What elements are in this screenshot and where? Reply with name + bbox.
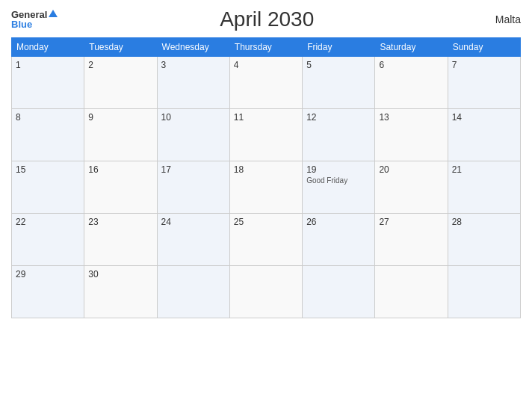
calendar-day-cell: 3 [157,57,229,109]
day-number: 30 [88,269,152,279]
country-label: Malta [476,13,521,25]
calendar-day-cell: 21 [448,161,520,214]
logo: General Blue [11,10,58,29]
calendar-day-cell: 25 [229,214,302,266]
logo-triangle-icon [49,10,58,17]
calendar-day-cell: 4 [229,57,302,109]
day-number: 21 [452,164,516,175]
calendar-day-cell: 18 [229,161,302,214]
day-number: 6 [379,60,443,70]
day-number: 19 [306,164,371,175]
day-number: 24 [161,217,226,227]
weekday-header-row: Monday Tuesday Wednesday Thursday Friday… [12,38,521,57]
calendar-day-cell: 8 [12,109,84,161]
calendar-day-cell: 30 [84,266,157,318]
calendar-day-cell: 11 [229,109,302,161]
day-number: 20 [379,164,443,175]
calendar-day-cell: 27 [375,214,448,266]
calendar-week-row: 1516171819Good Friday2021 [12,161,521,214]
calendar-day-cell: 26 [303,214,375,266]
calendar-title: April 2030 [58,7,476,31]
day-number: 12 [306,112,371,123]
calendar-week-row: 1234567 [12,57,521,109]
day-number: 11 [234,112,298,123]
day-number: 18 [234,164,298,175]
header-friday: Friday [303,38,375,57]
logo-blue-text: Blue [11,19,32,29]
calendar-day-cell: 28 [448,214,520,266]
day-number: 27 [379,217,443,227]
day-number: 23 [88,217,152,227]
day-number: 17 [161,164,226,175]
day-number: 26 [306,217,371,227]
day-number: 2 [88,60,152,70]
day-number: 16 [88,164,152,175]
day-number: 22 [16,217,80,227]
calendar-day-cell: 10 [157,109,229,161]
calendar-day-cell [229,266,302,318]
holiday-label: Good Friday [306,176,371,185]
calendar-day-cell: 24 [157,214,229,266]
day-number: 3 [161,60,226,70]
day-number: 7 [452,60,516,70]
header-sunday: Sunday [448,38,520,57]
calendar-day-cell [448,266,520,318]
calendar-day-cell: 19Good Friday [303,161,375,214]
day-number: 13 [379,112,443,123]
calendar-week-row: 891011121314 [12,109,521,161]
calendar-day-cell: 14 [448,109,520,161]
calendar-week-row: 22232425262728 [12,214,521,266]
calendar-day-cell: 16 [84,161,157,214]
calendar-day-cell: 6 [375,57,448,109]
calendar-day-cell: 22 [12,214,84,266]
calendar-week-row: 2930 [12,266,521,318]
day-number: 10 [161,112,226,123]
day-number: 15 [16,164,80,175]
day-number: 9 [88,112,152,123]
calendar-day-cell: 7 [448,57,520,109]
day-number: 4 [234,60,298,70]
calendar-day-cell: 9 [84,109,157,161]
header-monday: Monday [12,38,84,57]
day-number: 8 [16,112,80,123]
calendar-day-cell: 2 [84,57,157,109]
calendar-day-cell: 20 [375,161,448,214]
calendar-day-cell: 13 [375,109,448,161]
header-wednesday: Wednesday [157,38,229,57]
calendar-day-cell [303,266,375,318]
calendar-day-cell: 29 [12,266,84,318]
header-tuesday: Tuesday [84,38,157,57]
calendar-day-cell: 23 [84,214,157,266]
day-number: 1 [16,60,80,70]
day-number: 28 [452,217,516,227]
calendar-table: Monday Tuesday Wednesday Thursday Friday… [11,37,521,318]
day-number: 29 [16,269,80,279]
calendar-page: General Blue April 2030 Malta Monday Tue… [0,0,532,411]
header-thursday: Thursday [229,38,302,57]
calendar-day-cell [157,266,229,318]
calendar-day-cell: 5 [303,57,375,109]
day-number: 25 [234,217,298,227]
calendar-day-cell: 15 [12,161,84,214]
day-number: 5 [306,60,371,70]
calendar-day-cell: 12 [303,109,375,161]
calendar-day-cell: 1 [12,57,84,109]
header-saturday: Saturday [375,38,448,57]
header: General Blue April 2030 Malta [11,7,521,31]
day-number: 14 [452,112,516,123]
calendar-day-cell [375,266,448,318]
calendar-day-cell: 17 [157,161,229,214]
